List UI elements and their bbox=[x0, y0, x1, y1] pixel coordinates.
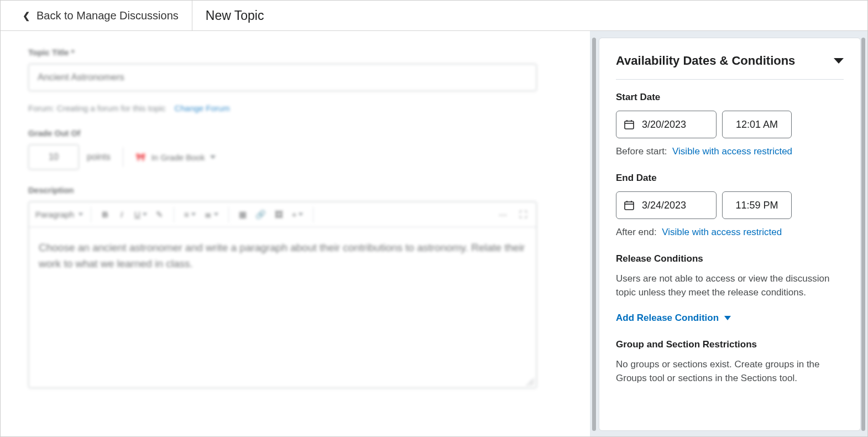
text-color-button[interactable]: ✎ bbox=[154, 208, 166, 221]
header-bar: ❮ Back to Manage Discussions New Topic bbox=[1, 1, 867, 31]
svg-rect-0 bbox=[625, 121, 634, 129]
in-gradebook-dropdown[interactable]: 🎀 In Grade Book bbox=[135, 152, 216, 162]
align-button[interactable]: ≡ bbox=[182, 208, 198, 221]
scrollbar[interactable] bbox=[861, 38, 865, 431]
ribbon-icon: 🎀 bbox=[135, 152, 146, 162]
points-input[interactable]: 10 bbox=[28, 144, 79, 170]
editor-toolbar: Paragraph B I U ✎ ≡ ≣ ▦ 🔗 🖼 + ⋯ ⛶ bbox=[29, 202, 536, 227]
start-date-row: 3/20/2023 12:01 AM bbox=[616, 111, 844, 138]
editor-body-text: Choose an ancient astronomer and write a… bbox=[39, 242, 525, 269]
page-body: Topic Title * Ancient Astronomers Forum:… bbox=[1, 31, 867, 437]
description-label: Description bbox=[28, 185, 562, 195]
insert-link-button[interactable]: 🔗 bbox=[253, 208, 268, 221]
add-release-label: Add Release Condition bbox=[616, 313, 719, 324]
more-button[interactable]: ⋯ bbox=[496, 208, 509, 221]
separator bbox=[91, 207, 91, 222]
back-link[interactable]: ❮ Back to Manage Discussions bbox=[1, 1, 192, 30]
insert-plus-button[interactable]: + bbox=[290, 208, 306, 221]
paragraph-style-select[interactable]: Paragraph bbox=[35, 210, 83, 219]
chevron-down-icon bbox=[299, 213, 303, 216]
start-date-label: Start Date bbox=[616, 92, 844, 103]
calendar-icon bbox=[624, 200, 634, 210]
separator bbox=[313, 207, 313, 222]
editor-content[interactable]: Choose an ancient astronomer and write a… bbox=[29, 227, 536, 388]
release-conditions-heading: Release Conditions bbox=[616, 253, 844, 264]
insert-stuff-button[interactable]: ▦ bbox=[237, 208, 249, 221]
chevron-down-icon bbox=[834, 58, 844, 64]
right-rail: Availability Dates & Conditions Start Da… bbox=[590, 31, 867, 437]
forum-text: Forum: Creating a forum for this topic bbox=[28, 103, 165, 113]
insert-image-button[interactable]: 🖼 bbox=[273, 208, 285, 221]
calendar-icon bbox=[624, 119, 634, 129]
end-date-value: 3/24/2023 bbox=[642, 200, 686, 211]
grade-label: Grade Out Of bbox=[28, 128, 562, 138]
topic-title-input[interactable]: Ancient Astronomers bbox=[28, 64, 537, 91]
start-date-value: 3/20/2023 bbox=[642, 119, 686, 131]
add-release-condition-button[interactable]: Add Release Condition bbox=[616, 313, 844, 324]
after-end-link[interactable]: Visible with access restricted bbox=[662, 227, 782, 237]
scrollbar[interactable] bbox=[592, 38, 596, 431]
before-start-status: Before start: Visible with access restri… bbox=[616, 146, 844, 157]
chevron-down-icon bbox=[79, 213, 83, 216]
italic-button[interactable]: I bbox=[116, 208, 128, 221]
resize-handle[interactable] bbox=[526, 378, 534, 386]
forum-line: Forum: Creating a forum for this topic C… bbox=[28, 103, 562, 113]
points-suffix: points bbox=[87, 152, 111, 162]
end-date-row: 3/24/2023 11:59 PM bbox=[616, 191, 844, 219]
availability-panel-header[interactable]: Availability Dates & Conditions bbox=[616, 54, 844, 80]
availability-panel: Availability Dates & Conditions Start Da… bbox=[599, 38, 861, 431]
topic-title-value: Ancient Astronomers bbox=[38, 72, 124, 83]
end-date-input[interactable]: 3/24/2023 bbox=[616, 191, 717, 219]
bold-button[interactable]: B bbox=[99, 208, 111, 221]
after-end-status: After end: Visible with access restricte… bbox=[616, 227, 844, 238]
chevron-down-icon bbox=[214, 213, 218, 216]
before-start-label: Before start: bbox=[616, 146, 667, 157]
in-gradebook-label: In Grade Book bbox=[151, 153, 205, 162]
fullscreen-button[interactable]: ⛶ bbox=[517, 208, 530, 221]
divider bbox=[123, 147, 123, 167]
start-time-value: 12:01 AM bbox=[736, 119, 778, 131]
start-date-input[interactable]: 3/20/2023 bbox=[616, 111, 717, 138]
start-time-input[interactable]: 12:01 AM bbox=[722, 111, 792, 138]
back-label: Back to Manage Discussions bbox=[36, 9, 179, 22]
availability-title: Availability Dates & Conditions bbox=[616, 54, 795, 68]
group-restrictions-heading: Group and Section Restrictions bbox=[616, 339, 844, 350]
chevron-down-icon bbox=[724, 316, 731, 320]
group-restrictions-desc: No groups or sections exist. Create grou… bbox=[616, 358, 844, 385]
chevron-down-icon bbox=[143, 213, 147, 216]
before-start-link[interactable]: Visible with access restricted bbox=[672, 146, 792, 157]
chevron-left-icon: ❮ bbox=[23, 11, 30, 21]
topic-title-label: Topic Title * bbox=[28, 48, 562, 57]
list-button[interactable]: ≣ bbox=[202, 208, 221, 221]
separator bbox=[174, 207, 174, 222]
main-form-area: Topic Title * Ancient Astronomers Forum:… bbox=[1, 31, 590, 437]
chevron-down-icon bbox=[191, 213, 196, 216]
separator bbox=[228, 207, 229, 222]
end-time-value: 11:59 PM bbox=[735, 200, 778, 211]
chevron-down-icon bbox=[210, 155, 216, 159]
change-forum-link[interactable]: Change Forum bbox=[175, 103, 230, 113]
rich-text-editor: Paragraph B I U ✎ ≡ ≣ ▦ 🔗 🖼 + ⋯ ⛶ bbox=[28, 201, 537, 388]
svg-rect-4 bbox=[625, 202, 634, 210]
after-end-label: After end: bbox=[616, 227, 657, 237]
underline-button[interactable]: U bbox=[132, 208, 149, 221]
end-time-input[interactable]: 11:59 PM bbox=[722, 191, 792, 219]
grade-row: 10 points 🎀 In Grade Book bbox=[28, 144, 562, 170]
page-title: New Topic bbox=[192, 1, 278, 30]
end-date-label: End Date bbox=[616, 173, 844, 184]
release-conditions-desc: Users are not able to access or view the… bbox=[616, 272, 844, 299]
